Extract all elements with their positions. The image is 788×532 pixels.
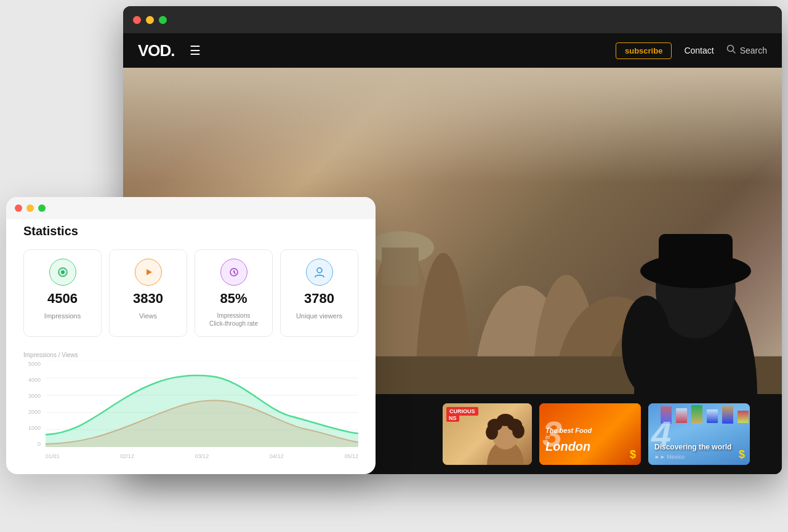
traffic-lights	[133, 16, 167, 24]
impressions-label: Impressions	[44, 312, 81, 320]
ctr-label: ImpressionsClick-through rate	[209, 312, 258, 328]
views-icon	[135, 259, 162, 286]
card4-location: ►► Mexico	[654, 454, 685, 460]
hamburger-menu-icon[interactable]: ☰	[190, 43, 201, 58]
impressions-icon	[49, 259, 76, 286]
svg-point-26	[505, 440, 515, 446]
y-label-1000: 1000	[23, 425, 43, 431]
impressions-card: 4506 Impressions	[23, 249, 102, 337]
unique-viewers-icon	[306, 259, 333, 286]
video-card-2[interactable]: CURIOUS NS	[443, 403, 532, 465]
views-label: Views	[139, 312, 157, 320]
x-label-0512: 05/12	[344, 453, 358, 459]
stat-cards-row: 4506 Impressions 3830 Views	[23, 249, 358, 337]
panel-titlebar	[6, 197, 376, 219]
svg-rect-17	[659, 234, 733, 274]
video-card-4[interactable]: 4 Discovering the world ►► Mexico $	[648, 403, 750, 465]
x-label-0212: 02/12	[120, 453, 134, 459]
browser-titlebar	[123, 6, 782, 33]
search-label: Search	[740, 46, 767, 55]
x-label-0312: 03/12	[195, 453, 209, 459]
y-label-2000: 2000	[23, 409, 43, 415]
panel-minimize-button[interactable]	[26, 204, 34, 212]
unique-viewers-card: 3780 Unique viewers	[280, 249, 358, 337]
panel-close-button[interactable]	[15, 204, 22, 212]
views-value: 3830	[133, 291, 163, 307]
card3-title: The best Food in London	[545, 427, 636, 453]
minimize-button[interactable]	[146, 16, 154, 24]
statistics-panel: Statistics 4506 Impressions	[6, 197, 376, 474]
vod-logo: VOD.	[138, 41, 175, 60]
unique-viewers-label: Unique viewers	[296, 312, 342, 320]
search-icon	[726, 44, 736, 57]
subscribe-button[interactable]: subscribe	[616, 42, 672, 59]
x-label-0412: 04/12	[270, 453, 284, 459]
unique-viewers-value: 3780	[304, 291, 334, 307]
svg-marker-30	[147, 269, 152, 275]
stats-content: Statistics 4506 Impressions	[23, 224, 358, 459]
nav-right: subscribe Contact Search	[616, 42, 767, 59]
svg-point-28	[61, 270, 65, 274]
chart-x-axis: 01/01 02/12 03/12 04/12 05/12	[46, 453, 358, 459]
card2-person-svg	[483, 413, 529, 465]
x-label-0101: 01/01	[46, 453, 60, 459]
video-card-3[interactable]: 3 The best Food in London $	[539, 403, 641, 465]
svg-rect-12	[382, 248, 419, 286]
chart-svg	[46, 361, 358, 447]
card2-sublabel: NS	[446, 414, 459, 422]
views-card: 3830 Views	[109, 249, 187, 337]
svg-point-33	[317, 268, 322, 273]
svg-point-32	[233, 272, 235, 273]
card4-dollar: $	[739, 448, 745, 461]
y-label-3000: 3000	[23, 393, 43, 399]
contact-link[interactable]: Contact	[684, 46, 714, 55]
y-label-4000: 4000	[23, 377, 43, 383]
panel-maximize-button[interactable]	[38, 204, 46, 212]
y-label-0: 0	[23, 441, 43, 447]
svg-point-25	[512, 424, 525, 438]
chart-container: 0 1000 2000 3000 4000 5000	[23, 361, 358, 459]
vod-navbar: VOD. ☰ subscribe Contact Search	[123, 33, 782, 68]
ctr-value: 85%	[220, 291, 247, 307]
card4-title: Discovering the world	[654, 443, 745, 451]
card3-dollar: $	[630, 448, 636, 461]
search-area[interactable]: Search	[726, 44, 767, 57]
y-label-5000: 5000	[23, 361, 43, 367]
close-button[interactable]	[133, 16, 141, 24]
chart-y-axis: 0 1000 2000 3000 4000 5000	[23, 361, 43, 447]
stats-title: Statistics	[23, 224, 358, 238]
figure-silhouette	[585, 198, 782, 394]
chart-svg-wrapper	[46, 361, 358, 447]
chart-area: Impressions / Views 0 1000 2000 3000 400…	[23, 352, 358, 459]
svg-point-18	[622, 296, 671, 394]
ctr-card: 85% ImpressionsClick-through rate	[195, 249, 273, 337]
svg-line-1	[733, 51, 735, 54]
svg-point-24	[486, 425, 498, 440]
chart-label: Impressions / Views	[23, 352, 358, 358]
impressions-value: 4506	[47, 291, 78, 307]
ctr-icon	[220, 259, 247, 286]
maximize-button[interactable]	[159, 16, 167, 24]
